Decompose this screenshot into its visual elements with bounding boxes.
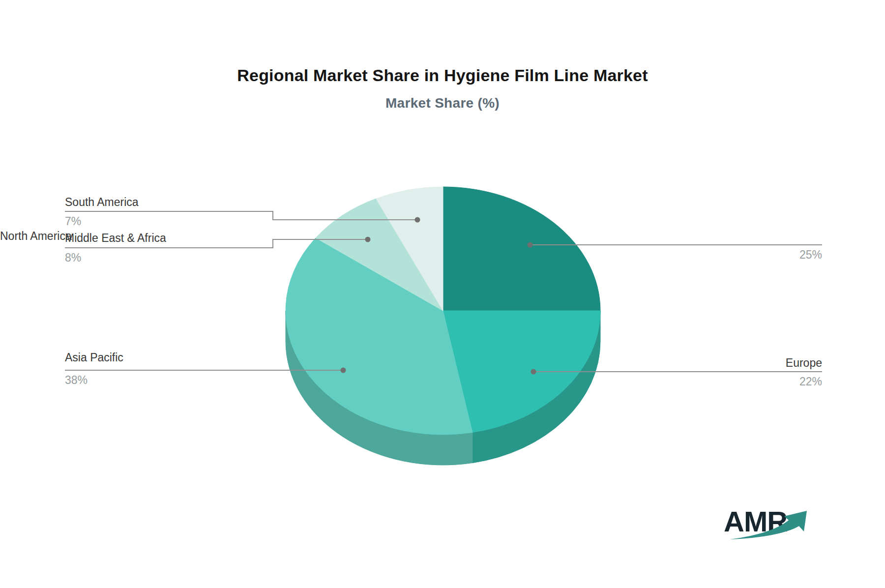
label-south-america: South America bbox=[65, 196, 139, 209]
value-north-america: 25% bbox=[799, 248, 822, 262]
pie-slices bbox=[286, 187, 600, 435]
chart-page: Regional Market Share in Hygiene Film Li… bbox=[0, 0, 885, 588]
leader-dot-europe bbox=[531, 369, 536, 375]
leader-dot-middle-east-africa bbox=[365, 237, 371, 242]
value-south-america: 7% bbox=[65, 215, 81, 229]
value-europe: 22% bbox=[799, 375, 822, 389]
amr-logo-arrow-icon bbox=[730, 509, 809, 542]
label-north-america: North America bbox=[0, 230, 72, 243]
leader-dot-asia-pacific bbox=[341, 368, 346, 373]
label-asia-pacific: Asia Pacific bbox=[65, 351, 123, 365]
pie-chart-canvas bbox=[0, 0, 885, 588]
amr-logo[interactable]: AMR bbox=[724, 507, 812, 547]
value-asia-pacific: 38% bbox=[65, 374, 88, 387]
pie-slice-north-america[interactable] bbox=[443, 187, 600, 311]
leader-dot-north-america bbox=[528, 242, 533, 248]
leader-dot-south-america bbox=[415, 217, 420, 223]
label-europe: Europe bbox=[786, 356, 822, 370]
value-middle-east-africa: 8% bbox=[65, 251, 81, 265]
label-middle-east-africa: Middle East & Africa bbox=[65, 232, 166, 245]
